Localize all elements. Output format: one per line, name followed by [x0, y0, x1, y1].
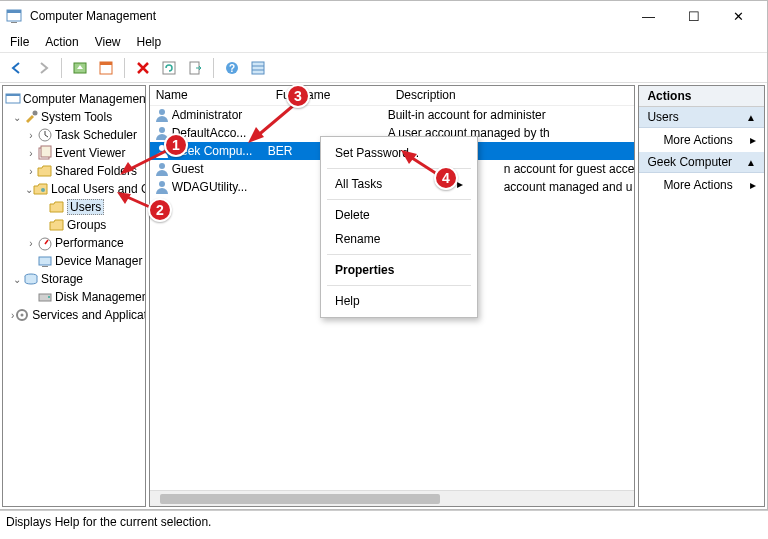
- clock-icon: [37, 127, 53, 143]
- help-button[interactable]: ?: [221, 57, 243, 79]
- tree-task-scheduler[interactable]: ›Task Scheduler: [5, 126, 143, 144]
- svg-point-29: [159, 127, 165, 133]
- svg-marker-34: [120, 162, 134, 175]
- refresh-button[interactable]: [158, 57, 180, 79]
- annotation-arrow-3: [246, 101, 302, 145]
- annotation-badge-4: 4: [434, 166, 458, 190]
- svg-point-15: [33, 111, 38, 116]
- close-button[interactable]: ✕: [716, 2, 761, 30]
- status-bar: Displays Help for the current selection.: [0, 510, 768, 532]
- folder-icon: [49, 199, 65, 215]
- collapse-icon: ▲: [746, 157, 756, 168]
- forward-button[interactable]: [32, 57, 54, 79]
- tree-system-tools[interactable]: ⌄System Tools: [5, 108, 143, 126]
- actions-header: Actions: [639, 86, 764, 107]
- svg-point-27: [21, 314, 24, 317]
- tree-storage[interactable]: ⌄Storage: [5, 270, 143, 288]
- collapse-icon: ▲: [746, 112, 756, 123]
- event-icon: [37, 145, 53, 161]
- actions-pane: Actions Users▲ More Actions▸ Geek Comput…: [638, 85, 765, 507]
- svg-line-37: [256, 105, 294, 137]
- annotation-badge-2: 2: [148, 198, 172, 222]
- menu-bar: File Action View Help: [0, 31, 767, 53]
- ctx-delete[interactable]: Delete: [321, 203, 477, 227]
- tree-services-apps[interactable]: ›Services and Applications: [5, 306, 143, 324]
- titlebar[interactable]: Computer Management — ☐ ✕: [0, 1, 767, 31]
- shared-folder-icon: [37, 163, 53, 179]
- services-icon: [14, 307, 30, 323]
- ctx-help[interactable]: Help: [321, 289, 477, 313]
- actions-cat-geek[interactable]: Geek Computer▲: [639, 152, 764, 173]
- menu-view[interactable]: View: [95, 35, 121, 49]
- device-icon: [37, 253, 53, 269]
- tree-root[interactable]: Computer Management (Local): [5, 90, 143, 108]
- svg-rect-18: [41, 146, 51, 157]
- tree-groups[interactable]: Groups: [5, 216, 143, 234]
- performance-icon: [37, 235, 53, 251]
- svg-rect-10: [252, 62, 264, 74]
- folder-icon: [49, 217, 65, 233]
- properties-button[interactable]: [95, 57, 117, 79]
- col-description[interactable]: Description: [390, 86, 635, 105]
- menu-help[interactable]: Help: [137, 35, 162, 49]
- svg-point-32: [159, 181, 165, 187]
- svg-rect-6: [163, 62, 175, 74]
- svg-point-25: [48, 296, 50, 298]
- svg-rect-22: [42, 266, 48, 267]
- svg-point-28: [159, 109, 165, 115]
- export-button[interactable]: [184, 57, 206, 79]
- svg-point-19: [41, 188, 45, 192]
- menu-action[interactable]: Action: [45, 35, 78, 49]
- actions-cat-users[interactable]: Users▲: [639, 107, 764, 128]
- actions-more-1[interactable]: More Actions▸: [639, 128, 764, 152]
- users-folder-icon: [33, 181, 49, 197]
- tree-device-manager[interactable]: Device Manager: [5, 252, 143, 270]
- menu-file[interactable]: File: [10, 35, 29, 49]
- svg-marker-38: [248, 127, 264, 143]
- window-title: Computer Management: [30, 9, 626, 23]
- maximize-button[interactable]: ☐: [671, 2, 716, 30]
- svg-text:?: ?: [229, 63, 235, 74]
- svg-rect-21: [39, 257, 51, 265]
- up-button[interactable]: [69, 57, 91, 79]
- back-button[interactable]: [6, 57, 28, 79]
- storage-icon: [23, 271, 39, 287]
- horizontal-scrollbar[interactable]: [150, 490, 635, 506]
- svg-marker-40: [401, 150, 417, 164]
- user-row[interactable]: AdministratorBuilt-in account for admini…: [150, 106, 635, 124]
- actions-more-2[interactable]: More Actions▸: [639, 173, 764, 197]
- app-icon: [6, 8, 22, 24]
- tree-performance[interactable]: ›Performance: [5, 234, 143, 252]
- svg-rect-5: [100, 62, 112, 65]
- user-icon: [154, 107, 170, 123]
- toolbar: ?: [0, 53, 767, 83]
- svg-rect-2: [11, 22, 17, 23]
- ctx-rename[interactable]: Rename: [321, 227, 477, 251]
- computer-icon: [5, 91, 21, 107]
- disk-icon: [37, 289, 53, 305]
- svg-line-33: [128, 149, 170, 170]
- delete-button[interactable]: [132, 57, 154, 79]
- annotation-badge-3: 3: [286, 84, 310, 108]
- ctx-properties[interactable]: Properties: [321, 258, 477, 282]
- list-header: Name Full Name Description: [150, 86, 635, 106]
- view-mode-button[interactable]: [247, 57, 269, 79]
- svg-rect-14: [6, 94, 20, 96]
- minimize-button[interactable]: —: [626, 2, 671, 30]
- annotation-badge-1: 1: [164, 133, 188, 157]
- tree-disk-management[interactable]: Disk Management: [5, 288, 143, 306]
- tools-icon: [23, 109, 39, 125]
- svg-rect-1: [7, 10, 21, 13]
